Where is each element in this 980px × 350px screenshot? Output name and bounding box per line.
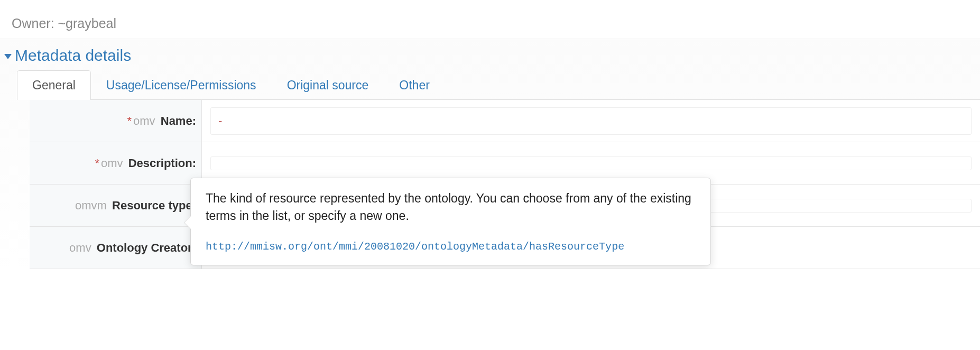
tab-general[interactable]: General: [17, 70, 91, 100]
field-label-description: * omv Description:: [30, 142, 202, 184]
field-row-name: * omv Name: -: [30, 100, 980, 142]
caret-down-icon: [4, 54, 12, 59]
name-input[interactable]: -: [210, 107, 972, 135]
section-toggle[interactable]: Metadata details: [4, 39, 980, 70]
field-label-resource-type: omvm Resource type:: [30, 185, 202, 226]
field-prefix: omv: [133, 114, 155, 128]
tooltip-text: The kind of resource represented by the …: [206, 190, 696, 225]
field-label-name: * omv Name:: [30, 100, 202, 142]
field-prefix: omv: [101, 156, 123, 170]
tab-original-source[interactable]: Original source: [272, 70, 384, 100]
field-label-text: Resource type:: [112, 199, 196, 213]
tooltip-link[interactable]: http://mmisw.org/ont/mmi/20081020/ontolo…: [206, 239, 696, 254]
owner-label: Owner: ~graybeal: [0, 0, 980, 39]
required-star-icon: *: [95, 156, 99, 170]
resource-type-tooltip: The kind of resource represented by the …: [190, 178, 711, 265]
field-label-ontology-creator: omv Ontology Creator:: [30, 227, 202, 269]
description-input[interactable]: [210, 156, 972, 170]
field-prefix: omvm: [75, 199, 107, 213]
name-input-content: -: [218, 114, 222, 127]
field-label-text: Description:: [128, 156, 196, 170]
field-label-text: Ontology Creator:: [97, 241, 196, 255]
field-prefix: omv: [69, 241, 91, 255]
tab-other[interactable]: Other: [384, 70, 445, 100]
section-title: Metadata details: [15, 47, 131, 65]
tooltip-arrow-icon: [184, 216, 191, 229]
tab-list: General Usage/License/Permissions Origin…: [17, 70, 980, 100]
field-label-text: Name:: [161, 114, 196, 128]
tab-usage-license-permissions[interactable]: Usage/License/Permissions: [91, 70, 272, 100]
required-star-icon: *: [127, 114, 132, 128]
page-root: Owner: ~graybeal Metadata details Genera…: [0, 0, 980, 269]
field-value-name: -: [202, 100, 980, 142]
